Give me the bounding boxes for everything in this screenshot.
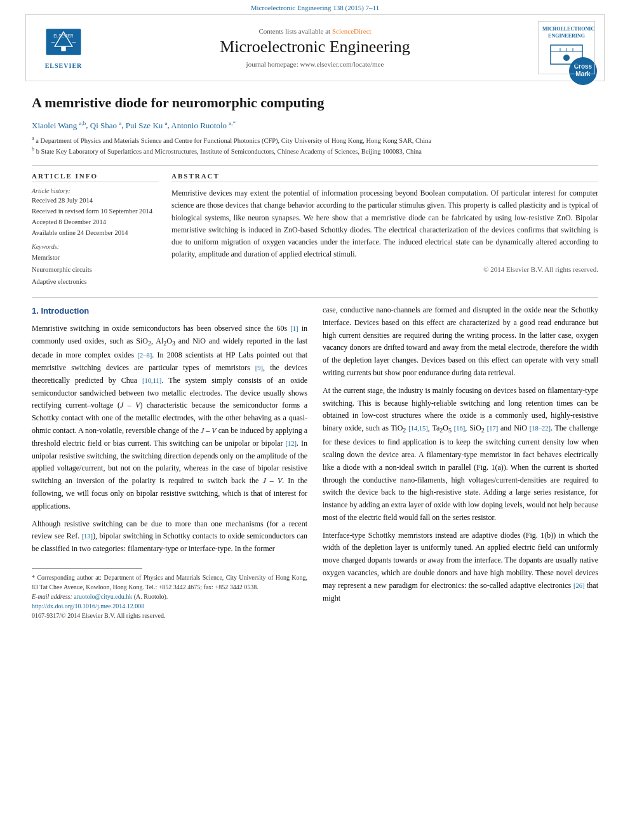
divider-top xyxy=(32,165,598,166)
ref-16[interactable]: [16] xyxy=(454,425,466,432)
abstract-col: ABSTRACT Memristive devices may extent t… xyxy=(171,172,598,288)
affil-1: a a Department of Physics and Materials … xyxy=(32,135,598,145)
right-para-2: At the current stage, the industry is ma… xyxy=(323,385,598,524)
received-date: Received 28 July 2014 xyxy=(32,196,159,206)
elsevier-logo-area: ELSEVIER ELSEVIER xyxy=(35,26,92,69)
doi-link[interactable]: http://dx.doi.org/10.1016/j.mee.2014.12.… xyxy=(32,603,144,610)
keywords-list: Memristor Neuromorphic circuits Adaptive… xyxy=(32,252,159,288)
page-wrapper: Microelectronic Engineering 138 (2015) 7… xyxy=(0,0,630,840)
keyword-1: Memristor xyxy=(32,252,159,264)
article-title: A memristive diode for neuromorphic comp… xyxy=(32,94,598,112)
affiliations: a a Department of Physics and Materials … xyxy=(32,135,598,157)
ref-1[interactable]: [1] xyxy=(290,325,298,332)
footnote-doi: http://dx.doi.org/10.1016/j.mee.2014.12.… xyxy=(32,601,307,611)
ref-17[interactable]: [17] xyxy=(487,425,499,432)
article-info-col: ARTICLE INFO Article history: Received 2… xyxy=(32,172,159,288)
keyword-2: Neuromorphic circuits xyxy=(32,264,159,276)
affil-2: b b State Key Laboratory of Superlattice… xyxy=(32,145,598,156)
copyright-line: © 2014 Elsevier B.V. All rights reserved… xyxy=(171,265,598,273)
svg-rect-3 xyxy=(61,46,65,51)
info-abstract-row: ARTICLE INFO Article history: Received 2… xyxy=(32,172,598,288)
svg-point-8 xyxy=(563,55,570,61)
journal-title-main: Microelectronic Engineering xyxy=(92,37,538,57)
author-ku: Pui Sze Ku a xyxy=(126,121,168,130)
intro-heading: 1. Introduction xyxy=(32,304,307,317)
ref-13[interactable]: [13] xyxy=(82,533,93,540)
elsevier-text: ELSEVIER xyxy=(45,62,83,69)
ref-14-15[interactable]: [14,15] xyxy=(408,425,428,432)
accepted-date: Accepted 8 December 2014 xyxy=(32,217,159,228)
divider-body xyxy=(32,297,598,298)
me-logo-svg xyxy=(547,42,586,67)
and-word: and xyxy=(460,568,471,577)
author-wang: Xiaolei Wang a,b xyxy=(32,121,86,130)
history-label: Article history: xyxy=(32,187,159,194)
ref-26[interactable]: [26] xyxy=(573,582,585,589)
top-bar: Microelectronic Engineering 138 (2015) 7… xyxy=(0,0,630,14)
authors-line: Xiaolei Wang a,b, Qi Shao a, Pui Sze Ku … xyxy=(32,119,598,130)
journal-homepage: journal homepage: www.elsevier.com/locat… xyxy=(92,60,538,68)
article-content: Cross Mark A memristive diode for neurom… xyxy=(0,81,630,633)
journal-header-center: Contents lists available at ScienceDirec… xyxy=(92,27,538,68)
article-info-label: ARTICLE INFO xyxy=(32,172,159,182)
sciencedirect-link[interactable]: ScienceDirect xyxy=(332,27,372,35)
received-revised-date: Received in revised form 10 September 20… xyxy=(32,206,159,217)
keyword-3: Adaptive electronics xyxy=(32,276,159,288)
ref-9[interactable]: [9] xyxy=(255,364,263,371)
elsevier-icon: ELSEVIER xyxy=(41,26,86,61)
intro-para-2: Although resistive switching can be due … xyxy=(32,518,307,556)
journal-logo-right: MICROELECTRONIC ENGINEERING xyxy=(538,21,595,74)
abstract-label: ABSTRACT xyxy=(171,172,598,182)
right-para-1: case, conductive nano-channels are forme… xyxy=(323,304,598,380)
journal-header: ELSEVIER ELSEVIER Contents lists availab… xyxy=(25,14,605,81)
elsevier-logo: ELSEVIER ELSEVIER xyxy=(35,26,92,69)
ref-10-11[interactable]: [10,11] xyxy=(142,377,161,384)
author-shao: Qi Shao a xyxy=(90,121,122,130)
svg-text:ELSEVIER: ELSEVIER xyxy=(53,34,74,38)
abstract-text: Memristive devices may extent the potent… xyxy=(171,187,598,260)
footnote-email: E-mail address: aruotolo@cityu.edu.hk (A… xyxy=(32,592,307,601)
intro-para-1: Memristive switching in oxide semiconduc… xyxy=(32,323,307,512)
ref-2-8[interactable]: [2–8] xyxy=(137,352,152,359)
email-link[interactable]: aruotolo@cityu.edu.hk xyxy=(74,593,132,600)
footnote-copy: 0167-9317/© 2014 Elsevier B.V. All right… xyxy=(32,611,307,620)
contents-line: Contents lists available at ScienceDirec… xyxy=(92,27,538,35)
journal-logo-box: MICROELECTRONIC ENGINEERING xyxy=(538,21,595,74)
ref-12[interactable]: [12] xyxy=(286,440,297,447)
body-right-col: case, conductive nano-channels are forme… xyxy=(323,304,598,620)
footnote-area: * Corresponding author at: Department of… xyxy=(32,568,307,620)
author-ruotolo: Antonio Ruotolo a,* xyxy=(171,121,236,130)
keywords-label: Keywords: xyxy=(32,243,159,250)
footnote-star: * Corresponding author at: Department of… xyxy=(32,573,307,592)
available-date: Available online 24 December 2014 xyxy=(32,228,159,239)
right-para-3: Interface-type Schottky memristors inste… xyxy=(323,530,598,605)
info-dates: Received 28 July 2014 Received in revise… xyxy=(32,196,159,238)
svg-rect-0 xyxy=(46,29,81,55)
footnote-divider xyxy=(32,568,142,569)
journal-reference: Microelectronic Engineering 138 (2015) 7… xyxy=(251,4,379,11)
body-left-col: 1. Introduction Memristive switching in … xyxy=(32,304,307,620)
ref-18-22[interactable]: [18–22] xyxy=(530,425,551,432)
body-columns: 1. Introduction Memristive switching in … xyxy=(32,304,598,620)
